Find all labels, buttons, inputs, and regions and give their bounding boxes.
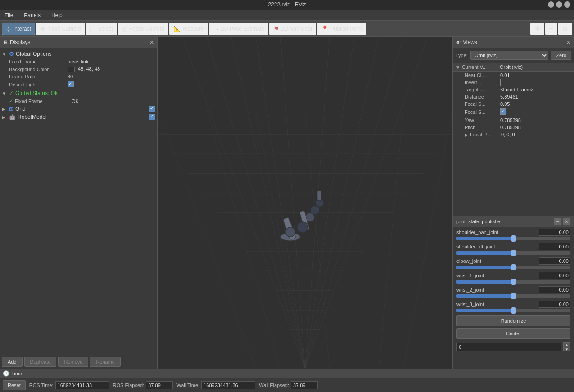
views-icon: 👁: [456, 39, 461, 45]
add-toolbar-btn[interactable]: ✛: [530, 23, 544, 35]
ros-time-input[interactable]: [55, 381, 109, 389]
3d-viewport[interactable]: ◀: [158, 37, 452, 369]
randomize-button[interactable]: Randomize: [456, 315, 570, 326]
target-label: Target ...: [465, 87, 498, 92]
global-options-label: Global Options: [16, 51, 155, 57]
joint-slider-shoulder-lift[interactable]: [456, 251, 570, 255]
joint-slider-fill-5: [456, 309, 514, 312]
joint-input-wrist1[interactable]: [539, 272, 570, 279]
near-clip-value[interactable]: 0.01: [500, 72, 571, 78]
rename-display-button[interactable]: Rename: [90, 357, 121, 367]
joint-slider-elbow[interactable]: [456, 266, 570, 269]
yaw-value[interactable]: 0.785398: [500, 117, 571, 123]
move-camera-button[interactable]: ✥ Move Camera: [36, 23, 85, 35]
wall-elapsed-input[interactable]: [291, 381, 318, 389]
displays-panel-title: 🖥 Displays: [3, 39, 30, 45]
default-light-checkbox[interactable]: [68, 81, 74, 87]
current-view-header[interactable]: ▼ Current V... Orbit (rviz): [453, 63, 574, 72]
menu-help[interactable]: Help: [49, 11, 65, 19]
settings-toolbar-btn[interactable]: ⚙: [558, 23, 572, 35]
fixed-frame-value[interactable]: base_link: [68, 59, 155, 64]
select-button[interactable]: ⬚ Select: [86, 23, 117, 35]
maximize-btn[interactable]: [556, 1, 562, 8]
svg-point-32: [285, 227, 295, 237]
distance-value[interactable]: 5.89461: [500, 94, 571, 99]
joint-slider-thumb-4[interactable]: [511, 293, 516, 299]
center-button[interactable]: Center: [456, 328, 570, 339]
minus-toolbar-btn[interactable]: −: [545, 23, 557, 35]
fixed-frame-label: Fixed Frame: [9, 59, 68, 64]
wall-elapsed-field: Wall Elapsed:: [259, 381, 318, 389]
publish-point-button[interactable]: 📍 Publish Point: [317, 23, 366, 35]
fixed-frame-status-row: ✓ Fixed Frame OK: [0, 97, 157, 105]
focal-s1-value[interactable]: 0.05: [500, 101, 571, 107]
pitch-label: Pitch: [465, 125, 498, 130]
minimize-btn[interactable]: [548, 1, 554, 8]
yaw-label: Yaw: [465, 117, 498, 123]
grid-checkbox[interactable]: [149, 106, 155, 112]
jsp-spinner-down[interactable]: ▼: [563, 347, 570, 351]
joint-slider-wrist3[interactable]: [456, 309, 570, 312]
displays-close-btn[interactable]: ✕: [149, 39, 154, 46]
views-close-btn[interactable]: ✕: [566, 39, 571, 46]
joint-slider-thumb-2[interactable]: [511, 264, 516, 270]
joint-input-shoulder-pan[interactable]: [539, 229, 570, 236]
pitch-value[interactable]: 0.785398: [500, 125, 571, 130]
menu-panels[interactable]: Panels: [21, 11, 43, 19]
views-type-select[interactable]: Orbit (rviz): [470, 51, 548, 60]
fixed-frame-row: Fixed Frame base_link: [0, 58, 157, 65]
joint-input-wrist2[interactable]: [539, 286, 570, 293]
joint-slider-shoulder-pan[interactable]: [456, 237, 570, 240]
add-display-button[interactable]: Add: [2, 357, 23, 367]
pitch-row: Pitch 0.785398: [453, 124, 574, 131]
fixed-frame-status-value: OK: [72, 99, 155, 104]
jsp-spinner-input[interactable]: [456, 343, 561, 351]
invert-value: [500, 80, 571, 85]
2d-pose-button[interactable]: → 2D Pose Estimate: [209, 23, 268, 35]
joint-input-elbow[interactable]: [539, 257, 570, 265]
robot-model-item[interactable]: ▶ 🤖 RobotModel: [0, 113, 157, 121]
time-bar: 🕐 Time Reset ROS Time: ROS Elapsed: Wall…: [0, 369, 574, 392]
interact-button[interactable]: ⊹ Interact: [2, 23, 35, 35]
wall-time-label: Wall Time:: [176, 383, 199, 388]
jsp-minimize-btn[interactable]: −: [554, 218, 561, 225]
duplicate-display-button[interactable]: Duplicate: [24, 357, 57, 367]
robot-model-checkbox[interactable]: [149, 114, 155, 120]
joint-slider-thumb-5[interactable]: [511, 307, 516, 314]
views-zero-button[interactable]: Zero: [551, 51, 571, 60]
focal-p-expand: ▶: [465, 132, 468, 137]
target-value[interactable]: <Fixed Frame>: [500, 87, 571, 92]
menu-file[interactable]: File: [2, 11, 16, 19]
measure-button[interactable]: 📐 Measure: [169, 23, 208, 35]
joint-slider-thumb-0[interactable]: [511, 235, 516, 242]
global-status-item[interactable]: ▼ ✓ Global Status: Ok: [0, 89, 157, 97]
wall-time-input[interactable]: [201, 381, 255, 389]
distance-label: Distance: [465, 94, 498, 99]
joint-input-wrist3[interactable]: [539, 301, 570, 308]
time-icon: 🕐: [3, 370, 9, 377]
joint-slider-thumb-3[interactable]: [511, 279, 516, 285]
remove-display-button[interactable]: Remove: [58, 357, 88, 367]
global-options-item[interactable]: ▼ ⚙ Global Options: [0, 50, 157, 58]
grid-item[interactable]: ▶ ⊞ Grid: [0, 105, 157, 113]
focal-p-value[interactable]: 0; 0; 0: [501, 132, 571, 137]
jsp-spinner-up[interactable]: ▲: [563, 342, 570, 347]
jsp-close-btn[interactable]: ✕: [563, 218, 570, 225]
2d-pose-label: 2D Pose Estimate: [221, 26, 264, 32]
focal-s2-checkbox[interactable]: [500, 108, 506, 115]
global-status-arrow: ▼: [2, 91, 7, 96]
color-swatch[interactable]: [68, 67, 75, 72]
focus-camera-button[interactable]: ◎ Focus Camera: [118, 23, 169, 35]
joint-slider-thumb-1[interactable]: [511, 250, 516, 256]
invert-checkbox[interactable]: [500, 79, 501, 86]
joint-input-shoulder-lift[interactable]: [539, 243, 570, 250]
joint-slider-wrist2[interactable]: [456, 294, 570, 298]
focus-camera-icon: ◎: [122, 25, 127, 32]
joint-slider-wrist1[interactable]: [456, 280, 570, 284]
reset-time-button[interactable]: Reset: [3, 380, 26, 390]
ros-elapsed-input[interactable]: [146, 381, 173, 389]
frame-rate-value[interactable]: 30: [68, 74, 155, 79]
joint-row-shoulder-pan: shoulder_pan_joint: [453, 227, 574, 242]
close-btn[interactable]: [564, 1, 570, 8]
2d-nav-button[interactable]: ⚑ 2D Nav Goal: [269, 23, 316, 35]
